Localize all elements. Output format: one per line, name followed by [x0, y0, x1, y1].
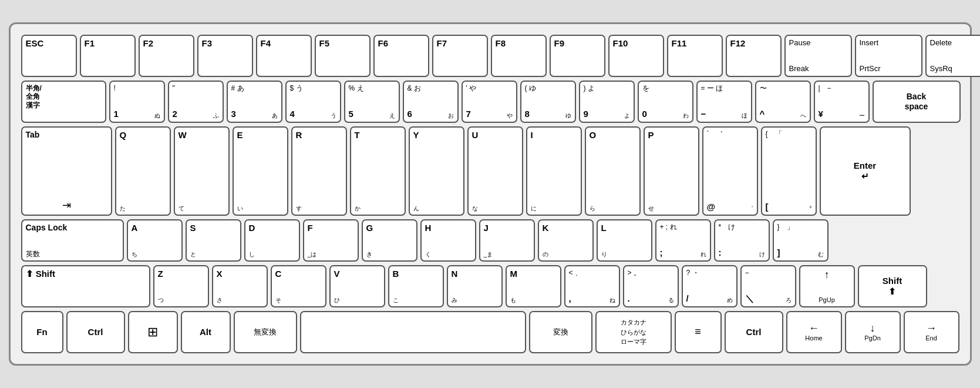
- key-arrow-down-pgdn[interactable]: ↓ PgDn: [845, 311, 901, 353]
- key-k-no[interactable]: K の: [538, 219, 594, 262]
- key-o-ra[interactable]: O ら: [585, 126, 641, 216]
- key-katakana-hiragana[interactable]: カタカナひらがなローマ字: [595, 311, 672, 353]
- key-s-to[interactable]: S と: [186, 219, 241, 262]
- key-pause-break[interactable]: Pause Break: [784, 35, 852, 77]
- key-c-so[interactable]: C そ: [271, 265, 326, 307]
- key-slash-me[interactable]: ? ・ /め: [682, 265, 737, 307]
- key-hankaku[interactable]: 半角/全角漢字: [21, 81, 106, 123]
- asdf-row: Caps Lock 英数 A ち S と D し F _は: [21, 219, 959, 262]
- key-4-u[interactable]: $ う 4う: [285, 81, 341, 123]
- key-g-ki[interactable]: G き: [362, 219, 417, 262]
- number-row: 半角/全角漢字 ! 1ぬ " 2ふ # あ 3あ $ う 4う: [21, 81, 959, 123]
- key-menu[interactable]: ≡: [675, 311, 722, 353]
- key-7-ya[interactable]: ' や 7や: [462, 81, 517, 123]
- key-ctrl-right[interactable]: Ctrl: [725, 311, 783, 353]
- key-d-shi[interactable]: D し: [244, 219, 300, 262]
- key-semi-re[interactable]: + ; れ ;れ: [655, 219, 711, 262]
- key-arrow-right-end[interactable]: → End: [904, 311, 959, 353]
- key-colon-ke[interactable]: * け :け: [714, 219, 770, 262]
- key-x-sa[interactable]: X さ: [212, 265, 268, 307]
- key-l-ri[interactable]: L り: [597, 219, 652, 262]
- key-muhenkan[interactable]: 無変換: [234, 311, 297, 353]
- key-n-mi[interactable]: N み: [447, 265, 503, 307]
- key-f-ha[interactable]: F _は: [303, 219, 359, 262]
- key-f9[interactable]: F9: [550, 35, 605, 77]
- key-backslash-ro[interactable]: − ＼ろ: [740, 265, 796, 307]
- key-t-ka[interactable]: T か: [350, 126, 406, 216]
- key-f1[interactable]: F1: [80, 35, 136, 77]
- key-f4[interactable]: F4: [256, 35, 312, 77]
- key-h-ku[interactable]: H く: [420, 219, 476, 262]
- bottom-row: Fn Ctrl ⊞ Alt 無変換 変換: [21, 311, 959, 353]
- key-b-ko[interactable]: B こ: [388, 265, 444, 307]
- key-8-yu[interactable]: ( ゆ 8ゆ: [520, 81, 576, 123]
- qwerty-row: Tab ⇥ Q た W て E い R す: [21, 126, 959, 216]
- key-lbrace-ku[interactable]: { 「 [°: [761, 126, 817, 216]
- key-w-te[interactable]: W て: [174, 126, 230, 216]
- key-backspace[interactable]: Backspace: [873, 81, 961, 123]
- key-j-ma[interactable]: J _ま: [479, 219, 535, 262]
- key-at-dakuten[interactable]: ` ゛ @゛: [702, 126, 758, 216]
- key-caret-he[interactable]: 〜 ^へ: [755, 81, 811, 123]
- key-1-nu[interactable]: ! 1ぬ: [109, 81, 165, 123]
- key-arrow-left[interactable]: ← Home: [786, 311, 842, 353]
- key-5-e[interactable]: % え 5え: [344, 81, 400, 123]
- key-f2[interactable]: F2: [139, 35, 194, 77]
- key-f12[interactable]: F12: [726, 35, 782, 77]
- esc-label: ESC: [26, 38, 44, 49]
- key-pgup[interactable]: ↑ PgUp: [799, 265, 855, 307]
- key-rbrace-mu[interactable]: } 」 ]む: [773, 219, 829, 262]
- function-key-row: ESC F1 F2 F3 F4 F5 F6 F7 F8 F9: [21, 35, 959, 77]
- key-y-n[interactable]: Y ん: [409, 126, 464, 216]
- key-yen-ro[interactable]: | − ¥ー: [814, 81, 870, 123]
- key-f6[interactable]: F6: [373, 35, 429, 77]
- key-f7[interactable]: F7: [432, 35, 488, 77]
- key-0-wa[interactable]: を 0わ: [638, 81, 693, 123]
- key-f10[interactable]: F10: [608, 35, 664, 77]
- key-tab[interactable]: Tab ⇥: [21, 126, 112, 216]
- key-ctrl-left[interactable]: Ctrl: [66, 311, 125, 353]
- key-e-i[interactable]: E い: [233, 126, 288, 216]
- key-f3[interactable]: F3: [197, 35, 253, 77]
- key-6-o[interactable]: & お 6お: [403, 81, 459, 123]
- key-a-chi[interactable]: A ち: [127, 219, 183, 262]
- key-period-ru[interactable]: > 。 .る: [623, 265, 679, 307]
- key-f5[interactable]: F5: [315, 35, 371, 77]
- key-comma-ne[interactable]: < 、 ,ね: [564, 265, 620, 307]
- key-shift-right[interactable]: Shift⬆: [858, 265, 927, 307]
- zxcv-row: ⬆ Shift Z つ X さ C そ V ひ: [21, 265, 959, 307]
- key-esc[interactable]: ESC: [21, 35, 77, 77]
- key-9-yo[interactable]: ) よ 9よ: [579, 81, 635, 123]
- key-fn[interactable]: Fn: [21, 311, 63, 353]
- key-z-tsu[interactable]: Z つ: [153, 265, 209, 307]
- key-u-na[interactable]: U な: [467, 126, 523, 216]
- key-minus-ho[interactable]: = ー ほ −ほ: [696, 81, 752, 123]
- key-v-hi[interactable]: V ひ: [329, 265, 385, 307]
- key-windows[interactable]: ⊞: [128, 311, 178, 353]
- key-2-fu[interactable]: " 2ふ: [168, 81, 224, 123]
- key-caps-lock[interactable]: Caps Lock 英数: [21, 219, 124, 262]
- key-r-su[interactable]: R す: [291, 126, 347, 216]
- key-f11[interactable]: F11: [667, 35, 723, 77]
- key-m-mo[interactable]: M も: [506, 265, 561, 307]
- key-3-a[interactable]: # あ 3あ: [227, 81, 282, 123]
- key-p-se[interactable]: P せ: [644, 126, 699, 216]
- key-alt-left[interactable]: Alt: [181, 311, 231, 353]
- key-q-ta[interactable]: Q た: [115, 126, 171, 216]
- key-f8[interactable]: F8: [491, 35, 547, 77]
- key-enter[interactable]: Enter↵: [820, 126, 911, 216]
- key-space[interactable]: [300, 311, 526, 353]
- key-delete-sysrq[interactable]: Delete SysRq: [925, 35, 981, 77]
- keyboard: ESC F1 F2 F3 F4 F5 F6 F7 F8 F9: [9, 22, 972, 366]
- key-i-ni[interactable]: I に: [526, 126, 582, 216]
- key-shift-left[interactable]: ⬆ Shift: [21, 265, 150, 307]
- key-insert-prtscr[interactable]: Insert PrtScr: [855, 35, 922, 77]
- key-henkan[interactable]: 変換: [529, 311, 592, 353]
